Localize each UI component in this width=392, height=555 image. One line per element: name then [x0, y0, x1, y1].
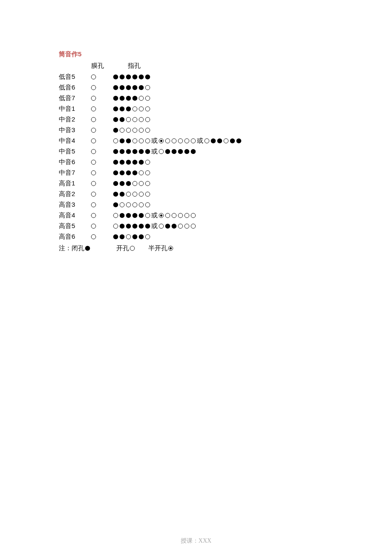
svg-point-26	[139, 107, 144, 111]
fingering-row: 高音5或	[59, 221, 392, 231]
svg-point-112	[120, 213, 125, 218]
hole-open-membrane	[90, 180, 97, 187]
svg-point-141	[133, 234, 138, 240]
hole-open-f5	[144, 116, 151, 123]
svg-point-113	[126, 213, 131, 218]
svg-point-43	[113, 139, 118, 143]
svg-point-144	[85, 246, 90, 251]
svg-point-23	[120, 107, 125, 112]
membrane-hole	[83, 74, 104, 80]
note-label: 高音1	[59, 179, 83, 188]
svg-point-31	[126, 117, 131, 122]
hole-open-f4	[138, 106, 144, 112]
svg-point-73	[184, 149, 190, 154]
svg-point-88	[145, 171, 150, 175]
fingering-row: 中音4或或	[59, 136, 392, 146]
hole-open-f1	[164, 212, 171, 219]
hole-closed-f0	[112, 148, 119, 155]
svg-point-130	[145, 224, 150, 229]
hole-closed-f1	[164, 148, 171, 155]
svg-point-111	[113, 213, 118, 218]
hole-open-f0	[112, 212, 119, 219]
or-separator: 或	[151, 211, 158, 220]
finger-holes	[104, 180, 151, 187]
hole-open-f5	[144, 170, 151, 176]
svg-point-100	[133, 192, 137, 197]
hole-open-membrane	[90, 127, 97, 133]
finger-holes	[104, 170, 151, 176]
hole-open-f5	[144, 127, 151, 133]
svg-point-58	[217, 139, 222, 144]
svg-point-119	[165, 213, 170, 218]
hole-closed-f3	[132, 170, 138, 176]
svg-point-95	[145, 181, 150, 186]
hole-half-f0	[158, 138, 164, 144]
hole-open-f4	[138, 127, 144, 133]
finger-holes	[104, 127, 151, 133]
hole-closed-f0	[112, 191, 119, 197]
hole-closed-f0	[112, 234, 119, 240]
page-footer: 授课：XXX	[0, 537, 392, 545]
fingering-row: 低音5	[59, 72, 392, 82]
svg-point-40	[139, 128, 144, 133]
hole-open-f0	[112, 138, 119, 144]
hole-open-f3	[223, 138, 229, 144]
fingering-row: 高音6	[59, 231, 392, 242]
svg-point-106	[126, 202, 131, 207]
svg-point-56	[205, 139, 209, 143]
hole-closed-f1	[119, 116, 125, 123]
svg-point-74	[191, 149, 196, 154]
svg-point-2	[120, 75, 125, 80]
hole-closed-f0	[112, 74, 119, 80]
svg-point-30	[120, 117, 125, 122]
hole-closed-f1	[119, 84, 125, 91]
svg-point-66	[133, 149, 138, 154]
hole-open-f4	[138, 191, 144, 197]
svg-point-114	[133, 213, 138, 218]
svg-point-47	[139, 139, 144, 143]
svg-point-42	[91, 139, 96, 143]
svg-point-50	[160, 140, 162, 142]
hole-open-f3	[132, 127, 138, 133]
hole-closed-f3	[132, 95, 138, 101]
hole-half-f0	[158, 212, 164, 219]
svg-point-51	[165, 139, 170, 143]
hole-open-f4	[184, 223, 190, 229]
svg-point-109	[145, 202, 150, 207]
hole-open-f3	[132, 116, 138, 123]
hole-open-f4	[138, 95, 144, 101]
hole-open-f2	[125, 127, 132, 133]
hole-open-f3	[132, 202, 138, 208]
hole-closed-f0	[112, 95, 119, 101]
or-separator: 或	[197, 137, 203, 145]
svg-point-84	[120, 171, 125, 176]
svg-point-14	[91, 96, 96, 101]
svg-point-60	[230, 139, 235, 144]
hole-open-f5	[144, 191, 151, 197]
note-label: 中音1	[59, 105, 83, 113]
hole-open-f5	[144, 212, 151, 219]
hole-closed-f4	[184, 148, 190, 155]
svg-point-6	[145, 75, 150, 80]
svg-point-13	[145, 85, 150, 90]
membrane-hole	[83, 212, 104, 219]
hole-closed-f3	[132, 148, 138, 155]
hole-closed-f0	[112, 159, 119, 165]
svg-point-32	[133, 117, 137, 122]
finger-holes	[104, 191, 151, 197]
svg-point-46	[133, 139, 137, 143]
svg-point-115	[139, 213, 144, 218]
note-label: 中音2	[59, 116, 83, 124]
note-label: 低音5	[59, 73, 83, 81]
hole-open-membrane	[90, 148, 97, 155]
note-label: 中音3	[59, 126, 83, 134]
svg-point-143	[145, 234, 150, 239]
column-headers: 膜孔 指孔	[59, 62, 392, 70]
svg-point-116	[145, 213, 150, 218]
hole-open-membrane	[90, 74, 97, 80]
hole-closed-f2	[216, 138, 223, 144]
hole-closed-f3	[132, 74, 138, 80]
hole-closed-f0	[112, 127, 119, 133]
hole-open-f4	[138, 180, 144, 187]
hole-open-f5	[144, 138, 151, 144]
